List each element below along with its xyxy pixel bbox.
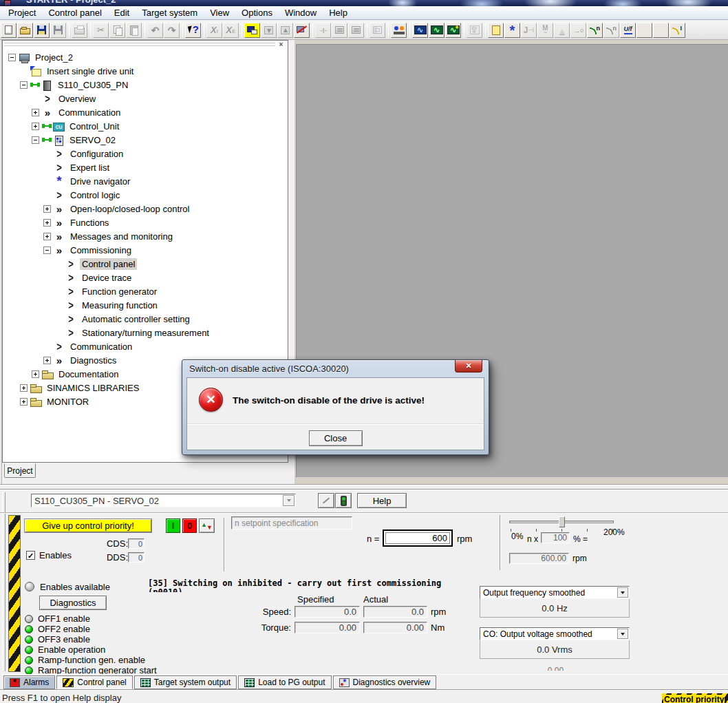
tree-expander-icon[interactable] xyxy=(20,384,28,392)
context-help-icon[interactable] xyxy=(185,23,201,38)
tree-item[interactable]: Insert single drive unit xyxy=(3,64,288,78)
expert-list-icon[interactable] xyxy=(488,23,504,38)
menu-item[interactable]: Window xyxy=(279,7,323,19)
tree-item[interactable]: Stationary/turning measurement xyxy=(3,326,288,339)
new-project-icon[interactable] xyxy=(1,23,17,38)
tree-item[interactable]: Expert list xyxy=(3,160,288,174)
menu-item[interactable]: Options xyxy=(235,7,279,19)
tab-project[interactable]: Project xyxy=(4,463,36,478)
tree-expander-icon[interactable] xyxy=(32,136,39,144)
scaling-slider-thumb[interactable] xyxy=(559,516,565,527)
tree-expander-icon[interactable] xyxy=(43,246,51,254)
tree-item[interactable]: Functions xyxy=(3,216,288,229)
chevron-down-icon[interactable] xyxy=(283,495,295,506)
ramp-generator-icon[interactable] xyxy=(554,23,570,38)
scaling-percent-field[interactable]: 100 xyxy=(541,532,570,543)
chevron-down-icon[interactable] xyxy=(617,629,628,639)
setpoint-specification-field[interactable]: n setpoint specification xyxy=(231,516,352,529)
drive-selector[interactable]: S110_CU305_PN - SERVO_02 xyxy=(31,494,296,507)
close-icon[interactable]: × xyxy=(277,41,286,49)
measuring-function-icon[interactable] xyxy=(445,23,461,38)
diagnostics-overview[interactable]: Diagnostics overview xyxy=(333,675,437,689)
help-button[interactable]: Help xyxy=(357,493,407,508)
copy-icon[interactable] xyxy=(109,23,125,38)
monitor-signal-selector-1[interactable]: Output frequency smoothed xyxy=(480,586,630,599)
tree-expander-icon[interactable] xyxy=(20,81,28,89)
tree-item[interactable]: Function generator xyxy=(3,284,288,298)
menu-item[interactable]: View xyxy=(204,7,235,19)
tree-item[interactable]: Control logic xyxy=(3,188,288,202)
tree-item[interactable]: SERVO_02 xyxy=(3,133,288,147)
tree-item[interactable]: Measuring function xyxy=(3,298,288,312)
enables-checkbox[interactable]: ✓ xyxy=(26,551,35,560)
save-project-icon[interactable] xyxy=(34,23,50,38)
menu-item[interactable]: Project xyxy=(2,7,42,19)
drive-on-button[interactable]: I xyxy=(166,518,180,533)
panel-grip[interactable] xyxy=(4,42,275,48)
speed-controller-icon[interactable] xyxy=(587,23,603,38)
tree-item[interactable]: Control panel xyxy=(3,257,288,271)
moment-of-inertia-icon[interactable] xyxy=(521,23,537,38)
tree-item[interactable]: Open-loop/closed-loop control xyxy=(3,202,288,216)
edit-setpoint-button[interactable] xyxy=(318,493,334,508)
upload-target-icon[interactable] xyxy=(277,23,293,38)
tree-expander-icon[interactable] xyxy=(32,109,39,116)
menu-item[interactable]: Help xyxy=(323,7,354,19)
print-icon[interactable] xyxy=(72,23,87,38)
open-project-icon[interactable] xyxy=(17,23,33,38)
torque-controller-icon[interactable] xyxy=(603,23,619,38)
bico-interconnection-icon[interactable] xyxy=(370,23,385,38)
n-setpoint-input[interactable]: 600 xyxy=(385,532,450,544)
assume-control-button[interactable] xyxy=(335,493,352,508)
motor-thermal-icon[interactable] xyxy=(653,23,669,38)
motor-data-icon[interactable] xyxy=(636,23,652,38)
tree-item[interactable]: S110_CU305_PN xyxy=(3,78,288,92)
setpoint-channel-icon[interactable] xyxy=(570,23,586,38)
tree-expander-icon[interactable] xyxy=(43,233,51,240)
close-button[interactable]: Close xyxy=(309,430,363,446)
redo-icon[interactable] xyxy=(164,23,180,38)
load-to-pg-output[interactable]: Load to PG output xyxy=(238,675,331,689)
restore-factory-settings-icon[interactable] xyxy=(467,23,482,38)
device-memory-icon[interactable] xyxy=(332,23,347,38)
tree-expander-icon[interactable] xyxy=(8,54,16,61)
dialog-close-button[interactable]: ✕ xyxy=(455,360,482,373)
commissioning-icon[interactable] xyxy=(391,23,407,38)
drive-navigator-icon[interactable] xyxy=(504,23,520,38)
tree-item[interactable]: Automatic controller setting xyxy=(3,312,288,326)
cut-icon[interactable] xyxy=(93,23,109,38)
tree-item[interactable]: Device trace xyxy=(3,271,288,284)
tree-item[interactable]: Messages and monitoring xyxy=(3,229,288,243)
tree-item[interactable]: Project_2 xyxy=(3,50,288,64)
align-icon[interactable] xyxy=(315,23,331,38)
control-panel[interactable]: Control panel xyxy=(56,675,132,689)
tree-expander-icon[interactable] xyxy=(32,123,39,130)
trace-icon[interactable] xyxy=(412,23,428,38)
tree-item[interactable]: Configuration xyxy=(3,147,288,160)
menu-item[interactable]: Target system xyxy=(136,7,204,19)
tree-expander-icon[interactable] xyxy=(32,370,39,378)
horizontal-splitter[interactable] xyxy=(0,484,728,490)
tree-item[interactable]: Overview xyxy=(3,92,288,105)
connect-target-icon[interactable] xyxy=(244,23,260,38)
menu-item[interactable]: Edit xyxy=(108,7,136,19)
alarms[interactable]: Alarms xyxy=(3,675,55,689)
undo-icon[interactable] xyxy=(147,23,163,38)
target-system-output[interactable]: Target system output xyxy=(134,675,237,689)
function-generator-icon[interactable] xyxy=(429,23,445,38)
motor-icon[interactable] xyxy=(537,23,553,38)
monitor-signal-selector-2[interactable]: CO: Output voltage smoothed xyxy=(480,627,630,640)
tree-item[interactable]: Commissioning xyxy=(3,243,288,257)
import-xi-icon[interactable] xyxy=(206,23,222,38)
disconnect-target-icon[interactable] xyxy=(294,23,310,38)
uf-control-icon[interactable] xyxy=(620,23,636,38)
tree-expander-icon[interactable] xyxy=(20,398,28,406)
export-xe-icon[interactable] xyxy=(223,23,239,38)
current-controller-icon[interactable] xyxy=(670,23,685,38)
device-copy-ram-rom-icon[interactable] xyxy=(348,23,364,38)
tree-item[interactable]: Control_Unit xyxy=(3,119,288,133)
tree-item[interactable]: Communication xyxy=(3,105,288,119)
tree-expander-icon[interactable] xyxy=(43,219,51,227)
jog-button[interactable]: ▲▼ xyxy=(199,518,215,533)
tree-item[interactable]: Communication xyxy=(3,339,288,353)
